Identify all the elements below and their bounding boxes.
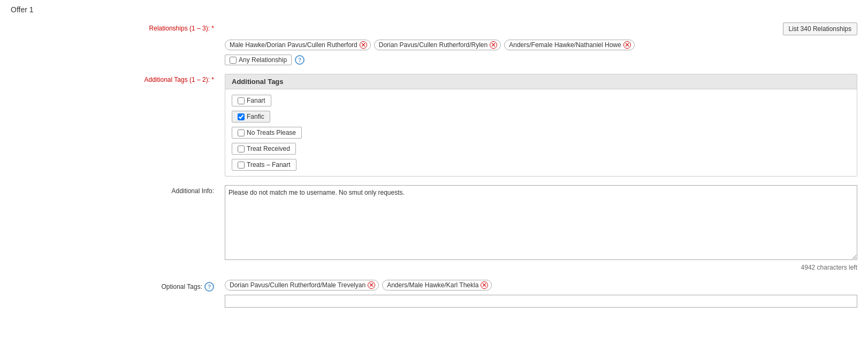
relationships-content: List 340 Relationships Male Hawke/Dorian… [225, 22, 857, 65]
no-treats-checkbox-label[interactable]: No Treats Please [232, 127, 302, 139]
relationships-header-row: List 340 Relationships [225, 22, 857, 40]
additional-info-content: Please do not match me to username. No s… [225, 185, 857, 271]
fanart-label: Fanart [247, 97, 265, 104]
opt-tag-text: Anders/Male Hawke/Karl Thekla [387, 281, 478, 289]
optional-tags-content: Dorian Pavus/Cullen Rutherford/Male Trev… [225, 280, 857, 308]
relationships-tags-row: Male Hawke/Dorian Pavus/Cullen Rutherfor… [225, 40, 857, 50]
treat-received-checkbox-label[interactable]: Treat Received [232, 143, 296, 155]
treats-fanart-checkbox-label[interactable]: Treats – Fanart [232, 159, 296, 171]
treats-fanart-label: Treats – Fanart [247, 161, 291, 169]
additional-info-textarea[interactable]: Please do not match me to username. No s… [225, 185, 857, 260]
treats-fanart-checkbox[interactable] [238, 162, 245, 169]
remove-rel2-button[interactable]: ✕ [490, 41, 497, 49]
remove-opt2-button[interactable]: ✕ [481, 281, 488, 289]
relationship-tag: Anders/Female Hawke/Nathaniel Howe ✕ [504, 40, 634, 50]
fanart-checkbox[interactable] [238, 97, 245, 104]
additional-info-label: Additional Info: [11, 185, 225, 195]
optional-tags-label: Optional Tags: [162, 283, 203, 290]
opt-tag-text: Dorian Pavus/Cullen Rutherford/Male Trev… [230, 281, 366, 289]
optional-tags-help-icon[interactable]: ? [204, 282, 214, 292]
optional-tags-section: Optional Tags: ? Dorian Pavus/Cullen Rut… [11, 280, 857, 308]
fanart-checkbox-label[interactable]: Fanart [232, 95, 271, 106]
relationships-help-icon[interactable]: ? [295, 55, 304, 65]
treat-received-checkbox[interactable] [238, 146, 245, 152]
relationships-label: Relationships (1 – 3): * [11, 22, 225, 32]
relationship-tag: Male Hawke/Dorian Pavus/Cullen Rutherfor… [225, 40, 371, 50]
tag-text: Male Hawke/Dorian Pavus/Cullen Rutherfor… [230, 41, 357, 49]
remove-rel3-button[interactable]: ✕ [623, 41, 631, 49]
any-relationship-label: Any Relationship [239, 56, 287, 64]
fanfic-checkbox-label[interactable]: Fanfic [232, 111, 270, 123]
page-title: Offer 1 [11, 5, 857, 14]
remove-opt1-button[interactable]: ✕ [368, 281, 375, 289]
additional-tags-body: Fanart Fanfic No Treats Please Treat Rec… [225, 89, 857, 176]
additional-tags-box: Additional Tags Fanart Fanfic No Treats … [225, 74, 857, 177]
no-treats-checkbox[interactable] [238, 129, 245, 136]
relationships-section: Relationships (1 – 3): * List 340 Relati… [11, 22, 857, 65]
any-relationship-row: Any Relationship ? [225, 55, 857, 65]
additional-info-section: Additional Info: Please do not match me … [11, 185, 857, 271]
chars-left: 4942 characters left [225, 264, 857, 271]
relationship-tag: Dorian Pavus/Cullen Rutherford/Rylen ✕ [374, 40, 501, 50]
optional-tag: Dorian Pavus/Cullen Rutherford/Male Trev… [225, 280, 379, 290]
additional-tags-label: Additional Tags (1 – 2): * [11, 74, 225, 83]
no-treats-label: No Treats Please [247, 129, 296, 136]
optional-tag: Anders/Male Hawke/Karl Thekla ✕ [382, 280, 492, 290]
tag-text: Dorian Pavus/Cullen Rutherford/Rylen [379, 41, 488, 49]
any-relationship-checkbox-label[interactable]: Any Relationship [225, 55, 292, 65]
additional-tags-content: Additional Tags Fanart Fanfic No Treats … [225, 74, 857, 177]
list-relationships-button[interactable]: List 340 Relationships [783, 22, 857, 35]
optional-tags-label-group: Optional Tags: ? [162, 282, 215, 292]
fanfic-checkbox[interactable] [238, 113, 245, 120]
tag-text: Anders/Female Hawke/Nathaniel Howe [509, 41, 621, 49]
additional-tags-section: Additional Tags (1 – 2): * Additional Ta… [11, 74, 857, 177]
optional-tags-pills: Dorian Pavus/Cullen Rutherford/Male Trev… [225, 280, 857, 290]
fanfic-label: Fanfic [247, 113, 264, 120]
any-relationship-checkbox[interactable] [230, 57, 237, 64]
additional-tags-header: Additional Tags [225, 74, 857, 89]
treat-received-label: Treat Received [247, 145, 290, 152]
optional-tags-label-container: Optional Tags: ? [11, 280, 225, 292]
remove-rel1-button[interactable]: ✕ [360, 41, 367, 49]
optional-tags-input[interactable] [225, 295, 857, 308]
